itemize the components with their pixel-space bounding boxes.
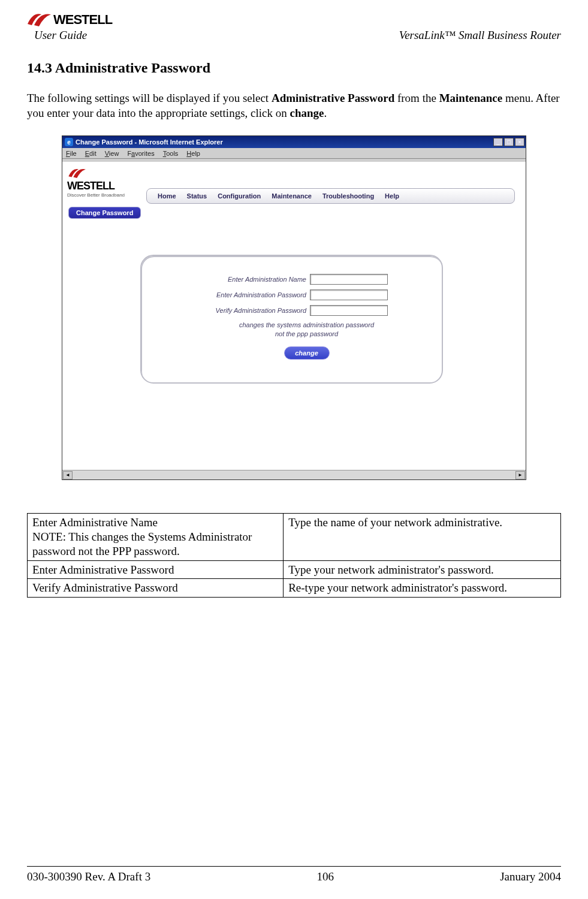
ie-icon: e: [65, 138, 73, 146]
cell-right: Re-type your network administrator's pas…: [284, 579, 561, 598]
hint-line-2: not the ppp password: [275, 330, 338, 337]
menu-view[interactable]: View: [105, 150, 119, 157]
menu-favorites[interactable]: Favorites: [127, 150, 154, 157]
top-nav: Home Status Configuration Maintenance Tr…: [146, 188, 515, 204]
footer-page: 106: [316, 870, 334, 883]
hint-line-1: changes the systems administration passw…: [239, 321, 374, 328]
window-titlebar: e Change Password - Microsoft Internet E…: [62, 136, 526, 148]
verify-password-input[interactable]: [310, 305, 388, 316]
footer-rev: 030-300390 Rev. A Draft 3: [27, 870, 150, 883]
browser-menubar: File Edit View Favorites Tools Help: [62, 148, 526, 159]
minimize-icon[interactable]: _: [493, 138, 503, 146]
cell-right: Type the name of your network administra…: [284, 514, 561, 560]
menu-file[interactable]: File: [66, 150, 77, 157]
page-footer: 030-300390 Rev. A Draft 3 106 January 20…: [27, 870, 561, 883]
cell-left-title: Enter Administrative Password: [28, 560, 284, 579]
horizontal-scrollbar[interactable]: ◄ ►: [62, 470, 526, 479]
page-logo-text: WESTELL: [67, 180, 125, 192]
table-row: Enter Administrative Password Type your …: [28, 560, 561, 579]
table-row: Verify Administrative Password Re-type y…: [28, 579, 561, 598]
change-button[interactable]: change: [284, 346, 330, 360]
admin-password-input[interactable]: [310, 289, 388, 300]
table-row: Enter Administrative Name NOTE: This cha…: [28, 514, 561, 560]
brand-block: WESTELL User Guide: [27, 11, 112, 42]
change-password-panel: Enter Administration Name Enter Administ…: [140, 255, 443, 384]
product-name: VersaLink™ Small Business Router: [399, 29, 561, 42]
close-icon[interactable]: ×: [515, 138, 524, 146]
maximize-icon[interactable]: □: [504, 138, 514, 146]
admin-name-input[interactable]: [310, 274, 388, 285]
tab-change-password[interactable]: Change Password: [68, 207, 141, 219]
nav-configuration[interactable]: Configuration: [218, 192, 261, 200]
cell-right: Type your network administrator's passwo…: [284, 560, 561, 579]
page-logo: WESTELL Discover Better Broadband: [67, 167, 125, 198]
intro-paragraph: The following settings will be displayed…: [27, 91, 561, 120]
nav-maintenance[interactable]: Maintenance: [272, 192, 312, 200]
menu-edit[interactable]: Edit: [85, 150, 97, 157]
document-header: WESTELL User Guide VersaLink™ Small Busi…: [27, 11, 561, 42]
nav-home[interactable]: Home: [158, 192, 176, 200]
menu-help[interactable]: Help: [186, 150, 200, 157]
intro-bold-2: Maintenance: [439, 92, 503, 104]
page-logo-tagline: Discover Better Broadband: [67, 192, 125, 198]
intro-bold-3: change: [290, 107, 324, 119]
intro-bold-1: Administrative Password: [272, 92, 394, 104]
cell-left-note: NOTE: This changes the Systems Administr…: [32, 530, 252, 557]
footer-rule: [27, 866, 561, 867]
admin-password-label: Enter Administration Password: [189, 291, 306, 298]
window-title: Change Password - Microsoft Internet Exp…: [76, 138, 223, 146]
scroll-right-icon[interactable]: ►: [515, 471, 525, 479]
nav-status[interactable]: Status: [187, 192, 207, 200]
nav-troubleshooting[interactable]: Troubleshooting: [322, 192, 374, 200]
section-heading: 14.3 Administrative Password: [27, 60, 561, 76]
logo-swoosh-icon: [27, 11, 52, 29]
intro-text: The following settings will be displayed…: [27, 92, 272, 104]
intro-text: from the: [394, 92, 439, 104]
verify-password-label: Verify Administration Password: [189, 307, 306, 314]
user-guide-label: User Guide: [34, 29, 112, 42]
browser-screenshot: e Change Password - Microsoft Internet E…: [62, 135, 526, 480]
intro-text: .: [324, 107, 327, 119]
cell-left-title: Enter Administrative Name: [32, 516, 158, 529]
westell-logo: WESTELL: [27, 11, 112, 29]
menu-tools[interactable]: Tools: [163, 150, 179, 157]
page-body: WESTELL Discover Better Broadband Home S…: [62, 162, 526, 479]
footer-date: January 2004: [500, 870, 561, 883]
brand-name: WESTELL: [53, 12, 112, 28]
scroll-left-icon[interactable]: ◄: [63, 471, 73, 479]
form-hint: changes the systems administration passw…: [189, 321, 424, 338]
field-description-table: Enter Administrative Name NOTE: This cha…: [27, 513, 561, 598]
cell-left-title: Verify Administrative Password: [28, 579, 284, 598]
admin-name-label: Enter Administration Name: [189, 276, 306, 283]
nav-help[interactable]: Help: [385, 192, 399, 200]
